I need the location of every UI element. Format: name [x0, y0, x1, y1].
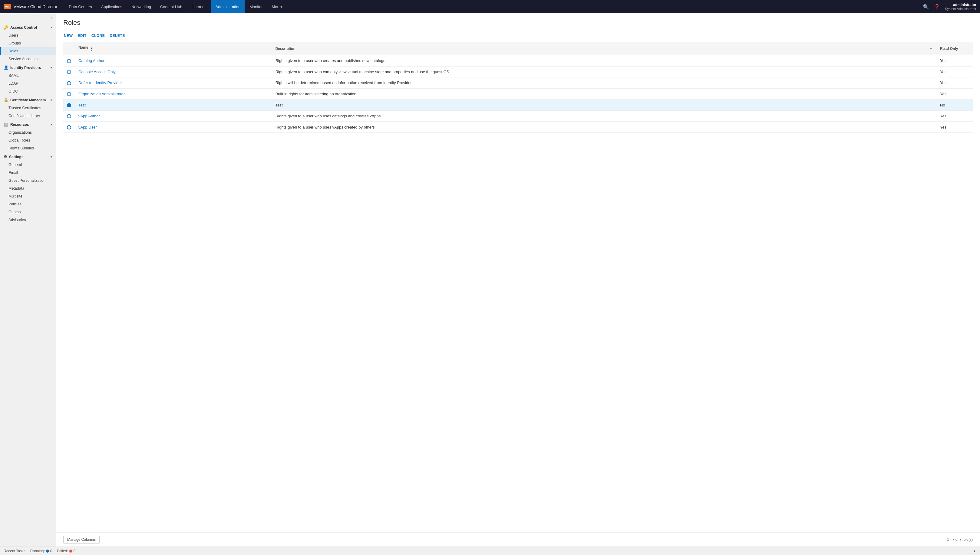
nav-content-hub[interactable]: Content Hub: [156, 0, 187, 13]
sidebar-item-policies[interactable]: Policies: [0, 200, 56, 208]
roles-table: Name ▲▼ Description ▼ Read Only Catalo: [63, 42, 973, 133]
sidebar-section-header-access-control[interactable]: 🔑 Access Control ▾: [0, 23, 56, 32]
sidebar-section-header-resources[interactable]: 🏢 Resources ▾: [0, 120, 56, 128]
sidebar-item-oidc[interactable]: OIDC: [0, 87, 56, 95]
sidebar-item-users[interactable]: Users: [0, 32, 56, 39]
access-control-section-title: 🔑 Access Control: [4, 25, 37, 30]
top-navigation: vm VMware Cloud Director Data Centers Ap…: [0, 0, 980, 13]
table-row[interactable]: Catalog AuthorRights given to a user who…: [63, 55, 973, 66]
access-control-chevron: ▾: [51, 26, 52, 29]
role-read-only: Yes: [937, 122, 973, 133]
role-read-only: Yes: [937, 111, 973, 122]
sidebar-item-guest-personalization[interactable]: Guest Personalization: [0, 176, 56, 184]
search-icon[interactable]: 🔍: [923, 4, 929, 10]
row-radio-3[interactable]: [67, 92, 71, 96]
role-name-link[interactable]: vApp User: [79, 125, 97, 130]
role-name-link[interactable]: Organization Administrator: [79, 91, 125, 96]
sidebar-item-rights-bundles[interactable]: Rights Bundles: [0, 144, 56, 152]
nav-applications[interactable]: Applications: [97, 0, 127, 13]
sidebar-item-service-accounts[interactable]: Service Accounts: [0, 55, 56, 63]
col-description: Description ▼: [272, 42, 937, 55]
main-container: « 🔑 Access Control ▾ Users Groups Roles …: [0, 13, 980, 547]
sidebar-item-quotas[interactable]: Quotas: [0, 208, 56, 216]
toolbar: NEW EDIT CLONE DELETE: [56, 29, 980, 42]
role-name-link[interactable]: vApp Author: [79, 114, 100, 118]
sidebar-section-settings: ⚙ Settings ▾ General Email Guest Persona…: [0, 152, 56, 224]
clone-button[interactable]: CLONE: [91, 32, 106, 39]
page-header: Roles: [56, 13, 980, 29]
failed-status: Failed: 0: [57, 549, 76, 553]
sidebar-item-groups[interactable]: Groups: [0, 39, 56, 47]
new-button[interactable]: NEW: [63, 32, 74, 39]
sidebar-item-certs-library[interactable]: Certificates Library: [0, 112, 56, 120]
sidebar-section-header-identity-providers[interactable]: 👤 Identity Providers ▾: [0, 63, 56, 72]
sidebar-section-access-control: 🔑 Access Control ▾ Users Groups Roles Se…: [0, 23, 56, 63]
failed-indicator: [69, 550, 72, 553]
app-title: VMware Cloud Director: [13, 4, 57, 9]
row-radio-4[interactable]: [67, 103, 71, 107]
role-description: Rights given to a user who can only view…: [272, 66, 937, 77]
sidebar-item-general[interactable]: General: [0, 161, 56, 169]
sidebar-section-resources: 🏢 Resources ▾ Organizations Global Roles…: [0, 120, 56, 152]
sidebar-item-global-roles[interactable]: Global Roles: [0, 136, 56, 144]
table-row[interactable]: Defer to Identity ProviderRights will be…: [63, 77, 973, 88]
row-radio-6[interactable]: [67, 125, 71, 130]
row-radio-0[interactable]: [67, 59, 71, 63]
sidebar-item-saml[interactable]: SAML: [0, 72, 56, 80]
bottom-bar: Recent Tasks Running: 0 Failed: 0 ▲: [0, 547, 980, 555]
row-radio-2[interactable]: [67, 81, 71, 85]
table-row[interactable]: Console Access OnlyRights given to a use…: [63, 66, 973, 77]
sidebar-section-header-cert-mgmt[interactable]: 🔒 Certificate Managem... ▾: [0, 95, 56, 104]
user-menu[interactable]: administrator System Administrator: [945, 3, 976, 11]
sidebar-section-header-settings[interactable]: ⚙ Settings ▾: [0, 152, 56, 161]
row-radio-1[interactable]: [67, 70, 71, 74]
sidebar-item-advisories[interactable]: Advisories: [0, 216, 56, 224]
sidebar-item-email[interactable]: Email: [0, 169, 56, 176]
nav-monitor[interactable]: Monitor: [245, 0, 267, 13]
role-name-link[interactable]: Test: [79, 103, 86, 107]
table-row[interactable]: vApp UserRights given to a user who uses…: [63, 122, 973, 133]
resources-section-title: 🏢 Resources: [4, 122, 29, 127]
username: administrator: [945, 3, 976, 7]
sidebar-collapse-button[interactable]: «: [0, 13, 56, 23]
sidebar-item-organizations[interactable]: Organizations: [0, 128, 56, 136]
expand-button[interactable]: ▲: [973, 549, 976, 553]
table-container: Name ▲▼ Description ▼ Read Only Catalo: [56, 42, 980, 532]
role-description: Rights given to a user who uses catalogs…: [272, 111, 937, 122]
access-control-icon: 🔑: [4, 25, 8, 30]
col-select: [63, 42, 75, 55]
nav-administration[interactable]: Administration: [211, 0, 245, 13]
edit-button[interactable]: EDIT: [77, 32, 87, 39]
role-name-link[interactable]: Catalog Author: [79, 58, 105, 63]
resources-icon: 🏢: [4, 122, 8, 127]
col-name[interactable]: Name ▲▼: [75, 42, 272, 55]
role-read-only: Yes: [937, 77, 973, 88]
nav-data-centers[interactable]: Data Centers: [64, 0, 96, 13]
nav-more[interactable]: More: [268, 0, 287, 13]
recent-tasks-label[interactable]: Recent Tasks: [4, 549, 26, 553]
nav-libraries[interactable]: Libraries: [187, 0, 211, 13]
sidebar-item-ldap[interactable]: LDAP: [0, 80, 56, 87]
manage-columns-button[interactable]: Manage Columns: [63, 536, 100, 544]
row-radio-5[interactable]: [67, 114, 71, 118]
settings-chevron: ▾: [51, 155, 52, 159]
identity-providers-icon: 👤: [4, 65, 8, 70]
table-footer: Manage Columns 1 - 7 of 7 role(s): [56, 532, 980, 547]
running-indicator: [46, 550, 49, 553]
sidebar-item-trusted-certs[interactable]: Trusted Certificates: [0, 104, 56, 112]
description-filter-icon[interactable]: ▼: [929, 47, 933, 51]
sidebar-item-metadata[interactable]: Metadata: [0, 184, 56, 192]
nav-networking[interactable]: Networking: [127, 0, 155, 13]
table-row[interactable]: Organization AdministratorBuilt-in right…: [63, 88, 973, 99]
table-row[interactable]: vApp AuthorRights given to a user who us…: [63, 111, 973, 122]
help-icon[interactable]: ❓: [934, 4, 940, 10]
name-sort-icons: ▲▼: [90, 47, 93, 52]
role-read-only: Yes: [937, 66, 973, 77]
vmware-logo: vm: [4, 4, 11, 10]
sidebar-item-roles[interactable]: Roles: [0, 47, 56, 55]
delete-button[interactable]: DELETE: [109, 32, 126, 39]
table-row[interactable]: TestTestNo: [63, 99, 973, 111]
role-name-link[interactable]: Defer to Identity Provider: [79, 80, 122, 85]
sidebar-item-multisite[interactable]: Multisite: [0, 192, 56, 200]
role-name-link[interactable]: Console Access Only: [79, 69, 116, 74]
